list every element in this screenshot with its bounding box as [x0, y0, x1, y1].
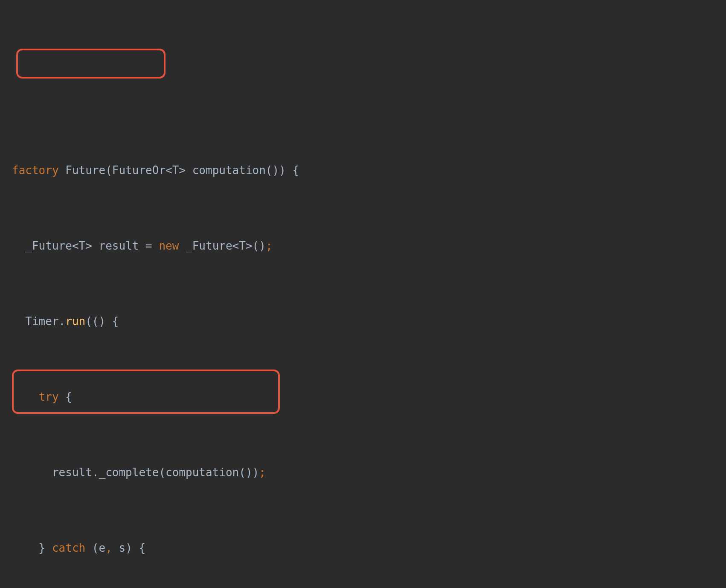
code-text: }: [12, 541, 52, 554]
code-text: (: [105, 164, 112, 177]
code-text: >: [179, 164, 192, 177]
code-text: <: [166, 164, 172, 177]
keyword-catch: catch: [52, 541, 85, 554]
code-line[interactable]: result._complete(computation());: [12, 460, 726, 485]
code-text: >(): [246, 239, 266, 252]
var-result: result: [52, 466, 92, 479]
code-line[interactable]: try {: [12, 384, 726, 410]
code-text: .: [92, 466, 99, 479]
code-text: =: [139, 239, 159, 252]
code-text: .: [59, 315, 66, 328]
code-text: [12, 315, 25, 328]
method-_complete: _complete: [99, 466, 159, 479]
keyword-try: try: [39, 390, 59, 403]
code-text: <: [232, 239, 239, 252]
code-line[interactable]: factory Future(FutureOr<T> computation()…: [12, 158, 726, 183]
var-result: result: [99, 239, 139, 252]
type-T: T: [239, 239, 246, 252]
code-text: ) {: [125, 541, 145, 554]
code-editor[interactable]: factory Future(FutureOr<T> computation()…: [0, 0, 726, 588]
var-e: e: [99, 541, 106, 554]
code-text: {: [59, 390, 72, 403]
code-text: [12, 466, 52, 479]
code-text: [112, 541, 119, 554]
method-run: run: [65, 315, 85, 328]
code-text: ()) {: [266, 164, 299, 177]
code-text: (() {: [85, 315, 119, 328]
code-text: ;: [266, 239, 273, 252]
keyword-factory: factory: [12, 164, 59, 177]
code-line[interactable]: _Future<T> result = new _Future<T>();: [12, 233, 726, 259]
code-text: (: [159, 466, 166, 479]
code-text: (: [85, 541, 99, 554]
annotation-box-1: [16, 49, 166, 79]
code-line[interactable]: } catch (e, s) {: [12, 536, 726, 561]
type-_Future: _Future: [186, 239, 232, 252]
code-text: ;: [259, 466, 266, 479]
code-text: [179, 239, 186, 252]
type-T: T: [172, 164, 179, 177]
keyword-new: new: [159, 239, 179, 252]
code-text: <: [72, 239, 79, 252]
code-text: [12, 390, 39, 403]
param-computation: computation: [192, 164, 266, 177]
type-_Future: _Future: [25, 239, 72, 252]
type-FutureOr: FutureOr: [112, 164, 166, 177]
var-s: s: [119, 541, 125, 554]
code-text: [59, 164, 66, 177]
type-Future: Future: [65, 164, 105, 177]
code-line[interactable]: Timer.run(() {: [12, 309, 726, 334]
code-text: >: [85, 239, 99, 252]
code-text: ,: [105, 541, 112, 554]
code-text: ()): [239, 466, 259, 479]
type-Timer: Timer: [25, 315, 58, 328]
call-computation: computation: [166, 466, 239, 479]
type-T: T: [79, 239, 86, 252]
code-text: [12, 239, 25, 252]
